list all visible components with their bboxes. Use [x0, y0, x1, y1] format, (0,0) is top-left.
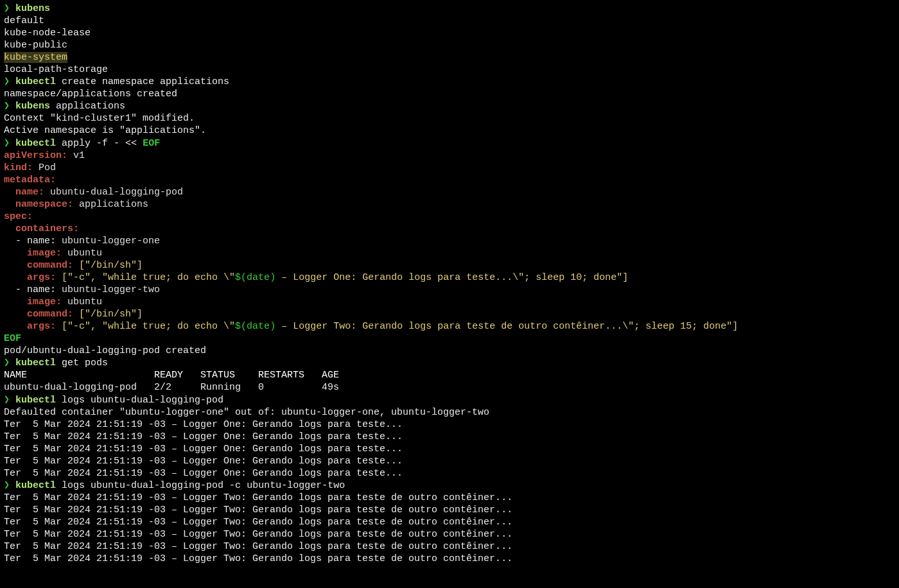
prompt-arrow: ❯ [4, 101, 10, 112]
log-line: Ter 5 Mar 2024 21:51:19 -03 – Logger Two… [4, 516, 895, 528]
yaml-key: metadata: [4, 175, 56, 186]
command: kubens [15, 101, 50, 112]
table-header: NAME READY STATUS RESTARTS AGE [4, 369, 895, 381]
yaml-key: image: [27, 248, 62, 259]
command: kubectl [15, 138, 56, 149]
container-name: ubuntu-logger-one [62, 236, 160, 246]
command-args: applications [56, 101, 125, 112]
eof-end: EOF [4, 333, 21, 344]
image: ubuntu [67, 297, 102, 307]
yaml-key: image: [27, 297, 62, 307]
yaml-line: command: ["/bin/sh"] [4, 259, 895, 272]
yaml-key: args: [27, 272, 56, 283]
terminal[interactable]: ❯ kubensdefaultkube-node-leasekube-publi… [0, 0, 899, 567]
eof-start: EOF [143, 138, 160, 149]
command-args: get pods [62, 358, 108, 368]
image: ubuntu [67, 248, 102, 259]
namespace-item: local-path-storage [4, 64, 895, 76]
command: ["/bin/sh"] [79, 260, 143, 271]
pods-row: ubuntu-dual-logging-pod 2/2 Running 0 49… [4, 382, 339, 393]
yaml-key: spec: [4, 211, 33, 222]
prompt-line: ❯ kubens [4, 3, 895, 15]
namespace-item: kube-system [4, 51, 895, 64]
eof-line: EOF [4, 333, 895, 345]
namespace: kube-public [4, 40, 67, 51]
yaml-key: namespace: [15, 199, 73, 210]
command-args: create namespace applications [62, 76, 229, 87]
table-row: ubuntu-dual-logging-pod 2/2 Running 0 49… [4, 381, 895, 393]
args-b: – Logger Two: Gerando logs para teste de… [275, 321, 738, 332]
log-line: Ter 5 Mar 2024 21:51:19 -03 – Logger One… [4, 443, 895, 455]
namespace-item: default [4, 15, 895, 27]
dollar: $( [235, 272, 247, 283]
log-line: Ter 5 Mar 2024 21:51:19 -03 – Logger One… [4, 467, 895, 480]
log-one: Ter 5 Mar 2024 21:51:19 -03 – Logger One… [4, 419, 403, 430]
command: kubens [15, 3, 50, 14]
log-line: Ter 5 Mar 2024 21:51:19 -03 – Logger One… [4, 419, 895, 431]
namespace-item: kube-public [4, 39, 895, 51]
output-line: Defaulted container "ubuntu-logger-one" … [4, 406, 895, 419]
yaml-value: ubuntu-dual-logging-pod [50, 187, 183, 198]
yaml-key: kind: [4, 162, 33, 173]
namespace: kube-node-lease [4, 28, 91, 39]
log-line: Ter 5 Mar 2024 21:51:19 -03 – Logger Two… [4, 492, 895, 504]
yaml-key: containers: [15, 223, 79, 234]
log-two: Ter 5 Mar 2024 21:51:19 -03 – Logger Two… [4, 517, 512, 528]
command: kubectl [15, 395, 56, 406]
yaml-line: - name: ubuntu-logger-one [4, 235, 895, 247]
yaml-line: kind: Pod [4, 162, 895, 174]
default-container: Defaulted container "ubuntu-logger-one" … [4, 407, 489, 418]
output: Context "kind-cluster1" modified. [4, 113, 195, 124]
yaml-line: namespace: applications [4, 198, 895, 211]
log-line: Ter 5 Mar 2024 21:51:19 -03 – Logger One… [4, 431, 895, 443]
yaml-line: spec: [4, 211, 895, 223]
output-line: Context "kind-cluster1" modified. [4, 112, 895, 125]
namespace: default [4, 15, 44, 26]
log-two: Ter 5 Mar 2024 21:51:19 -03 – Logger Two… [4, 553, 512, 564]
namespace: kube-system [4, 52, 67, 63]
prompt-line: ❯ kubectl create namespace applications [4, 76, 895, 88]
prompt-arrow: ❯ [4, 138, 10, 149]
log-two: Ter 5 Mar 2024 21:51:19 -03 – Logger Two… [4, 505, 512, 515]
output-line: pod/ubuntu-dual-logging-pod created [4, 345, 895, 357]
yaml-line: image: ubuntu [4, 247, 895, 259]
log-two: Ter 5 Mar 2024 21:51:19 -03 – Logger Two… [4, 541, 512, 552]
yaml-line: args: ["-c", "while true; do echo \"$(da… [4, 320, 895, 333]
yaml-value: Pod [39, 162, 56, 173]
output-line: Active namespace is "applications". [4, 125, 895, 137]
heredoc: << [125, 138, 137, 149]
yaml-line: name: ubuntu-dual-logging-pod [4, 186, 895, 198]
yaml-key-name: name: [27, 284, 62, 295]
args-a: ["-c", "while true; do echo \" [62, 272, 235, 283]
command: ["/bin/sh"] [79, 309, 143, 320]
yaml-key-name: name: [27, 236, 62, 246]
yaml-line: - name: ubuntu-logger-two [4, 284, 895, 296]
prompt-line: ❯ kubectl get pods [4, 357, 895, 369]
command-args: apply -f - [62, 138, 119, 149]
yaml-key: name: [15, 187, 44, 198]
yaml-line: args: ["-c", "while true; do echo \"$(da… [4, 272, 895, 284]
prompt-line: ❯ kubectl apply -f - << EOF [4, 137, 895, 150]
command: kubectl [15, 480, 56, 491]
yaml-key: command: [27, 309, 73, 320]
prompt-arrow: ❯ [4, 3, 10, 14]
log-one: Ter 5 Mar 2024 21:51:19 -03 – Logger One… [4, 444, 403, 454]
log-line: Ter 5 Mar 2024 21:51:19 -03 – Logger One… [4, 455, 895, 467]
log-one: Ter 5 Mar 2024 21:51:19 -03 – Logger One… [4, 431, 403, 442]
prompt-arrow: ❯ [4, 358, 10, 368]
args-b: – Logger One: Gerando logs para teste...… [275, 272, 628, 283]
command: kubectl [15, 76, 56, 87]
prompt-line: ❯ kubectl logs ubuntu-dual-logging-pod -… [4, 480, 895, 492]
log-one: Ter 5 Mar 2024 21:51:19 -03 – Logger One… [4, 468, 403, 479]
yaml-line: containers: [4, 223, 895, 235]
log-two: Ter 5 Mar 2024 21:51:19 -03 – Logger Two… [4, 492, 512, 503]
yaml-key: args: [27, 321, 56, 332]
yaml-value: applications [79, 199, 148, 210]
yaml-line: apiVersion: v1 [4, 150, 895, 162]
dollar: $( [235, 321, 247, 332]
command-args: logs ubuntu-dual-logging-pod -c ubuntu-l… [62, 480, 345, 491]
log-line: Ter 5 Mar 2024 21:51:19 -03 – Logger Two… [4, 553, 895, 565]
prompt-line: ❯ kubens applications [4, 100, 895, 112]
prompt-arrow: ❯ [4, 395, 10, 406]
log-one: Ter 5 Mar 2024 21:51:19 -03 – Logger One… [4, 456, 403, 467]
